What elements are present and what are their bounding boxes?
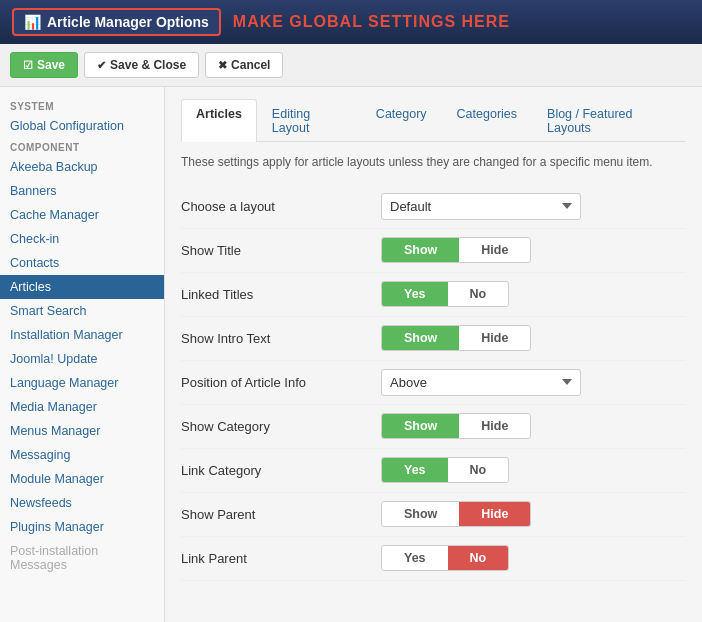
show-parent-control: Show Hide (381, 501, 531, 527)
main-layout: SYSTEM Global Configuration COMPONENT Ak… (0, 87, 702, 622)
position-article-info-row: Position of Article Info Above Below Spl… (181, 361, 686, 405)
tab-bar: Articles Editing Layout Category Categor… (181, 99, 686, 142)
sidebar-item-cache-manager[interactable]: Cache Manager (0, 203, 164, 227)
choose-layout-select[interactable]: Default Blog List (381, 193, 581, 220)
show-title-toggle: Show Hide (381, 237, 531, 263)
show-category-row: Show Category Show Hide (181, 405, 686, 449)
linked-titles-label: Linked Titles (181, 287, 381, 302)
sidebar-item-global-config[interactable]: Global Configuration (0, 114, 164, 138)
link-category-label: Link Category (181, 463, 381, 478)
link-parent-control: Yes No (381, 545, 509, 571)
link-parent-row: Link Parent Yes No (181, 537, 686, 581)
sidebar: SYSTEM Global Configuration COMPONENT Ak… (0, 87, 165, 622)
cancel-icon: ✖ (218, 59, 227, 72)
link-parent-toggle: Yes No (381, 545, 509, 571)
show-category-hide-btn[interactable]: Hide (459, 414, 530, 438)
link-category-no-btn[interactable]: No (448, 458, 509, 482)
sidebar-item-module-manager[interactable]: Module Manager (0, 467, 164, 491)
show-intro-text-label: Show Intro Text (181, 331, 381, 346)
save-button[interactable]: ☑ Save (10, 52, 78, 78)
show-category-control: Show Hide (381, 413, 531, 439)
tab-categories[interactable]: Categories (442, 99, 532, 142)
tab-category[interactable]: Category (361, 99, 442, 142)
link-parent-yes-btn[interactable]: Yes (382, 546, 448, 570)
show-title-row: Show Title Show Hide (181, 229, 686, 273)
toolbar: ☑ Save ✔ Save & Close ✖ Cancel (0, 44, 702, 87)
notice-text: These settings apply for article layouts… (181, 154, 686, 171)
sidebar-item-akeeba-backup[interactable]: Akeeba Backup (0, 155, 164, 179)
sidebar-item-plugins-manager[interactable]: Plugins Manager (0, 515, 164, 539)
sidebar-item-media-manager[interactable]: Media Manager (0, 395, 164, 419)
linked-titles-row: Linked Titles Yes No (181, 273, 686, 317)
component-section-label: COMPONENT (0, 138, 164, 155)
sidebar-item-language-manager[interactable]: Language Manager (0, 371, 164, 395)
save-close-label: Save & Close (110, 58, 186, 72)
tab-articles[interactable]: Articles (181, 99, 257, 142)
sidebar-item-installation-manager[interactable]: Installation Manager (0, 323, 164, 347)
show-intro-text-toggle: Show Hide (381, 325, 531, 351)
show-parent-show-btn[interactable]: Show (382, 502, 459, 526)
cancel-button[interactable]: ✖ Cancel (205, 52, 283, 78)
show-parent-label: Show Parent (181, 507, 381, 522)
check-icon: ✔ (97, 59, 106, 72)
link-parent-no-btn[interactable]: No (448, 546, 509, 570)
app-icon: 📊 (24, 14, 41, 30)
sidebar-item-check-in[interactable]: Check-in (0, 227, 164, 251)
position-article-info-control: Above Below Split (381, 369, 581, 396)
link-category-control: Yes No (381, 457, 509, 483)
show-category-toggle: Show Hide (381, 413, 531, 439)
show-category-show-btn[interactable]: Show (382, 414, 459, 438)
global-settings-label: MAKE GLOBAL SETTINGS HERE (233, 13, 510, 31)
show-intro-text-control: Show Hide (381, 325, 531, 351)
link-parent-label: Link Parent (181, 551, 381, 566)
show-parent-row: Show Parent Show Hide (181, 493, 686, 537)
position-article-info-label: Position of Article Info (181, 375, 381, 390)
linked-titles-toggle: Yes No (381, 281, 509, 307)
sidebar-item-newsfeeds[interactable]: Newsfeeds (0, 491, 164, 515)
linked-titles-control: Yes No (381, 281, 509, 307)
sidebar-item-contacts[interactable]: Contacts (0, 251, 164, 275)
show-title-label: Show Title (181, 243, 381, 258)
linked-titles-no-btn[interactable]: No (448, 282, 509, 306)
sidebar-item-menus-manager[interactable]: Menus Manager (0, 419, 164, 443)
sidebar-item-banners[interactable]: Banners (0, 179, 164, 203)
sidebar-item-articles[interactable]: Articles (0, 275, 164, 299)
link-category-yes-btn[interactable]: Yes (382, 458, 448, 482)
choose-layout-label: Choose a layout (181, 199, 381, 214)
sidebar-item-post-installation[interactable]: Post-installation Messages (0, 539, 164, 577)
system-section-label: SYSTEM (0, 97, 164, 114)
save-close-button[interactable]: ✔ Save & Close (84, 52, 199, 78)
app-header: 📊 Article Manager Options MAKE GLOBAL SE… (0, 0, 702, 44)
sidebar-item-smart-search[interactable]: Smart Search (0, 299, 164, 323)
show-parent-toggle: Show Hide (381, 501, 531, 527)
save-label: Save (37, 58, 65, 72)
cancel-label: Cancel (231, 58, 270, 72)
show-title-control: Show Hide (381, 237, 531, 263)
position-article-info-select[interactable]: Above Below Split (381, 369, 581, 396)
show-intro-text-row: Show Intro Text Show Hide (181, 317, 686, 361)
choose-layout-row: Choose a layout Default Blog List (181, 185, 686, 229)
show-title-show-btn[interactable]: Show (382, 238, 459, 262)
sidebar-item-joomla-update[interactable]: Joomla! Update (0, 347, 164, 371)
show-title-hide-btn[interactable]: Hide (459, 238, 530, 262)
show-parent-hide-btn[interactable]: Hide (459, 502, 530, 526)
tab-editing-layout[interactable]: Editing Layout (257, 99, 361, 142)
sidebar-item-messaging[interactable]: Messaging (0, 443, 164, 467)
show-category-label: Show Category (181, 419, 381, 434)
tab-blog-featured[interactable]: Blog / Featured Layouts (532, 99, 686, 142)
save-icon: ☑ (23, 59, 33, 72)
show-intro-show-btn[interactable]: Show (382, 326, 459, 350)
app-title: Article Manager Options (47, 14, 209, 30)
link-category-toggle: Yes No (381, 457, 509, 483)
content-area: Articles Editing Layout Category Categor… (165, 87, 702, 622)
choose-layout-control: Default Blog List (381, 193, 581, 220)
title-box: 📊 Article Manager Options (12, 8, 221, 36)
linked-titles-yes-btn[interactable]: Yes (382, 282, 448, 306)
link-category-row: Link Category Yes No (181, 449, 686, 493)
show-intro-hide-btn[interactable]: Hide (459, 326, 530, 350)
